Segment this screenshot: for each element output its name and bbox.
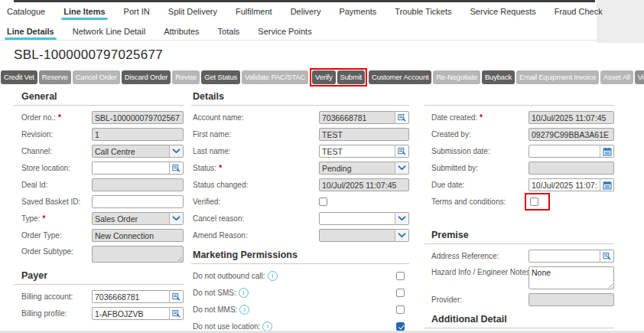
- field-row-status-changed: Status changed:: [191, 178, 409, 191]
- view-progress-button[interactable]: View progress: [635, 70, 644, 84]
- verified-checkbox[interactable]: [319, 198, 327, 206]
- column-details: DetailsAccount name:First name:Last name…: [191, 90, 409, 333]
- order-no-field: [92, 111, 184, 124]
- info-icon[interactable]: i: [268, 271, 278, 281]
- amend-reason-label: Amend Reason:: [193, 231, 319, 240]
- do-not-outbound-call-checkbox[interactable]: [396, 272, 405, 280]
- amend-reason-dropdown-button[interactable]: [395, 229, 409, 242]
- store-location-lookup-button[interactable]: [169, 162, 184, 175]
- order-no-control: [92, 111, 184, 124]
- date-created-label: Date created:*: [431, 113, 529, 122]
- re-negotiate-button[interactable]: Re-Negotiate: [433, 70, 480, 84]
- info-icon[interactable]: i: [239, 305, 249, 315]
- cancel-reason-dropdown-button[interactable]: [395, 212, 409, 225]
- deal-id-control: [92, 178, 184, 191]
- submission-date-calendar-button[interactable]: [600, 145, 614, 158]
- get-status-button[interactable]: Get Status: [201, 70, 240, 84]
- last-name-input[interactable]: [319, 145, 395, 158]
- saved-basket-id-label-text: Saved Basket ID:: [21, 198, 80, 206]
- due-date-input[interactable]: [529, 178, 600, 191]
- address-reference-input[interactable]: [529, 250, 600, 263]
- email-equipment-invoice-button[interactable]: Email Equipment Invoice: [516, 70, 599, 84]
- tab-fulfilment[interactable]: Fulfilment: [235, 7, 273, 20]
- last-name-label: Last name:: [193, 147, 319, 155]
- tab-payments[interactable]: Payments: [338, 7, 377, 20]
- tab-line-items[interactable]: Line Items: [63, 7, 106, 20]
- created-by-control: [529, 128, 614, 141]
- order-subtype-label-text: Order Subtype:: [21, 247, 73, 256]
- status-control: [319, 162, 409, 175]
- tab-split-delivery[interactable]: Split Delivery: [168, 7, 218, 20]
- submit-button[interactable]: Submit: [337, 70, 365, 84]
- billing-profile-lookup-button[interactable]: [169, 307, 184, 320]
- section-title: General: [14, 90, 184, 106]
- tab-delivery[interactable]: Delivery: [290, 7, 322, 20]
- order-no-label-text: Order no.:: [21, 113, 56, 122]
- cancel-order-button[interactable]: Cancel Order: [73, 70, 120, 84]
- discard-order-button[interactable]: Discard Order: [122, 70, 171, 84]
- due-date-calendar-button[interactable]: [600, 178, 614, 191]
- cancel-reason-label: Cancel reason:: [193, 214, 319, 223]
- tab-port-in[interactable]: Port IN: [123, 7, 151, 20]
- status-dropdown-button[interactable]: [395, 162, 409, 175]
- do-not-sms-label: Do not SMS:i: [193, 288, 314, 298]
- tab-fraud-check[interactable]: Fraud Check: [554, 7, 603, 20]
- submission-date-input[interactable]: [529, 145, 600, 158]
- field-row-first-name: First name:: [191, 128, 409, 141]
- field-row-cancel-reason: Cancel reason:: [191, 212, 409, 225]
- first-name-label-text: First name:: [193, 130, 231, 139]
- channel-dropdown-button[interactable]: [169, 145, 184, 158]
- tab-catalogue[interactable]: Catalogue: [6, 7, 46, 20]
- do-not-mms-label: Do not MMS:i: [193, 305, 314, 315]
- account-name-lookup-button[interactable]: [395, 111, 409, 124]
- asset-all-button[interactable]: Asset All: [600, 70, 633, 84]
- last-name-label-text: Last name:: [193, 147, 230, 155]
- section-title: Additional Detail: [424, 312, 614, 328]
- saved-basket-id-input[interactable]: [92, 195, 184, 208]
- reserve-button[interactable]: Reserve: [39, 70, 71, 84]
- tab-line-details[interactable]: Line Details: [6, 27, 55, 40]
- section-general: GeneralOrder no.:*Revision:Channel:Store…: [14, 90, 184, 263]
- billing-profile-input[interactable]: [92, 307, 170, 320]
- last-name-lookup-button[interactable]: [395, 145, 409, 158]
- tab-attributes[interactable]: Attributes: [163, 27, 200, 40]
- customer-account-button[interactable]: Customer Account: [369, 70, 431, 84]
- field-row-verified: Verified:: [191, 195, 409, 208]
- billing-account-lookup-button[interactable]: [169, 290, 184, 303]
- order-type-control: [92, 229, 184, 242]
- channel-label: Channel:: [21, 147, 92, 155]
- cancel-reason-control: [319, 212, 409, 225]
- billing-profile-label-text: Billing profile:: [21, 309, 67, 318]
- info-icon[interactable]: i: [239, 288, 249, 298]
- tab-network-line-detail[interactable]: Network Line Detail: [72, 27, 146, 40]
- tab-trouble-tickets[interactable]: Trouble Tickets: [394, 7, 452, 20]
- do-not-sms-checkbox[interactable]: [396, 289, 405, 297]
- store-location-input[interactable]: [92, 162, 170, 175]
- hazard-info-engineer-notes-textarea[interactable]: None: [529, 266, 614, 289]
- billing-account-input[interactable]: [92, 290, 170, 303]
- type-dropdown-button[interactable]: [169, 212, 184, 225]
- cancel-reason-input[interactable]: [319, 212, 395, 225]
- verify-button[interactable]: Verify: [312, 70, 336, 84]
- field-row-channel: Channel:: [14, 145, 184, 158]
- created-by-label: Created by:: [431, 130, 529, 139]
- date-created-label-text: Date created:: [431, 113, 477, 122]
- field-row-do-not-mms: Do not MMS:i: [191, 303, 409, 316]
- hazard-info-engineer-notes-label: Hazard Info / Engineer Notes:: [431, 268, 529, 276]
- do-not-use-location-checkbox[interactable]: [396, 322, 405, 331]
- field-row-order-no: Order no.:*: [14, 111, 184, 124]
- tab-totals[interactable]: Totals: [217, 27, 241, 40]
- tab-service-points[interactable]: Service Points: [257, 27, 312, 40]
- revise-button[interactable]: Revise: [172, 70, 200, 84]
- do-not-mms-checkbox[interactable]: [396, 305, 405, 314]
- buyback-button[interactable]: Buyback: [482, 70, 515, 84]
- field-row-submission-date: Submission date:: [424, 145, 614, 158]
- tab-service-requests[interactable]: Service Requests: [470, 7, 537, 20]
- address-reference-lookup-button[interactable]: [600, 250, 614, 263]
- cancel-reason-label-text: Cancel reason:: [193, 214, 244, 223]
- order-subtype-textarea: [92, 246, 184, 263]
- section-title: Premise: [424, 228, 614, 244]
- validate-pac-stac-button[interactable]: Validate PAC/STAC: [242, 70, 308, 84]
- credit-vet-button[interactable]: Credit Vet: [1, 70, 37, 84]
- terms-and-conditions-checkbox[interactable]: [530, 198, 538, 206]
